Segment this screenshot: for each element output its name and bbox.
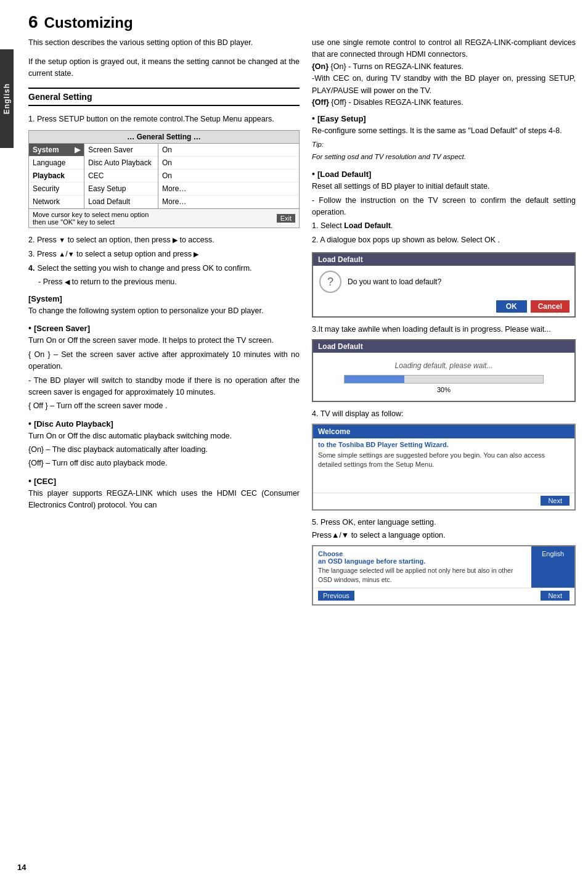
load-default-section: • [Load Default] Reset all settings of B… (312, 169, 576, 246)
menu-sub-disc-auto: Disc Auto Playback (84, 157, 158, 170)
choose-footer: Previous Next (313, 588, 574, 604)
cec-on-label: {On} (312, 62, 329, 71)
cec-title: [CEC] (34, 477, 56, 486)
right-column: use one single remote control to control… (312, 37, 576, 606)
progress-bar (344, 375, 543, 384)
menu-body: System ▶ Language Playback Security Netw… (29, 144, 299, 208)
general-setting-heading: General Setting (28, 88, 300, 106)
menu-item-language[interactable]: Language (29, 157, 84, 170)
easy-setup-body: Re-configure some settings. It is the sa… (312, 125, 576, 163)
page-number: 14 (17, 863, 26, 872)
disc-auto-body: Turn On or Off the disc automatic playba… (28, 430, 300, 470)
step3-loading-text: 3.It may take awhile when loading defaul… (312, 324, 576, 335)
step4: 4. Select the setting you wish to change… (28, 263, 300, 274)
welcome-body: Some simple settings are suggested befor… (313, 450, 574, 475)
load-default-dialog: Load Default ? Do you want to load defau… (312, 252, 576, 318)
menu-footer-line2: then use "OK" key to select (33, 218, 149, 226)
choose-language-box: Choose an OSD language before starting. … (312, 545, 576, 606)
chapter-number: 6 (28, 12, 38, 32)
load-default-dialog-body: ? Do you want to load default? (313, 266, 574, 298)
welcome-next-button[interactable]: Next (541, 496, 570, 506)
cec-on-text: {On} - Turns on REGZA-LINK features. (331, 62, 463, 71)
menu-val-more1: More… (158, 183, 299, 195)
cec-off-text: {Off} - Disables REGZA-LINK features. (331, 98, 463, 107)
load-default-question: Do you want to load default? (348, 277, 441, 286)
menu-sub-screen-saver: Screen Saver (84, 144, 158, 157)
cec-body: This player supports REGZA-LINK which us… (28, 488, 300, 512)
welcome-box: Welcome to the Toshiba BD Player Setting… (312, 424, 576, 511)
menu-item-network[interactable]: Network (29, 195, 84, 208)
easy-setup-section: • [Easy Setup] Re-configure some setting… (312, 113, 576, 163)
easy-setup-tip-body: For setting osd and TV resolution and TV… (312, 152, 576, 163)
loading-dialog-header: Load Default (313, 340, 574, 353)
menu-item-system[interactable]: System ▶ (29, 144, 84, 157)
load-default-dialog-header: Load Default (313, 253, 574, 266)
welcome-footer: Next (313, 493, 574, 509)
step2: 2. Press to select an option, then press… (28, 234, 300, 246)
step2-text: 2. Press to select an option, then press… (28, 234, 214, 246)
cec-section: • [CEC] This player supports REGZA-LINK … (28, 476, 300, 512)
system-body: To change the following system option to… (28, 305, 300, 317)
load-default-body: Reset all settings of BD player to initi… (312, 181, 576, 246)
menu-exit-button[interactable]: Exit (277, 214, 295, 223)
progress-bar-fill (345, 376, 404, 383)
chapter-heading: 6 Customizing (28, 12, 576, 32)
menu-sub-col: Screen Saver Disc Auto Playback CEC Easy… (84, 144, 158, 208)
loading-message: Loading default, please wait... (319, 361, 568, 370)
side-language-tab: English (0, 49, 14, 148)
step4-text: Select the setting you wish to change an… (37, 263, 251, 274)
step5-text: 5. Press OK, enter language setting. (312, 517, 576, 528)
menu-val-more2: More… (158, 195, 299, 208)
screen-saver-section: • [Screen Saver] Turn On or Off the scre… (28, 323, 300, 412)
general-setting-title: General Setting (28, 92, 300, 102)
load-default-title: [Load Default] (317, 170, 371, 179)
menu-val-on3: On (158, 170, 299, 183)
chapter-title: Customizing (44, 14, 133, 31)
question-icon: ? (319, 271, 341, 293)
loading-dialog-body: Loading default, please wait... 30% (313, 353, 574, 401)
chapter-intro: This section describes the various setti… (28, 37, 300, 49)
easy-setup-title: [Easy Setup] (317, 114, 366, 123)
cancel-button[interactable]: Cancel (531, 300, 570, 313)
next-button[interactable]: Next (541, 591, 570, 601)
disc-auto-section: • [Disc Auto Playback] Turn On or Off th… (28, 419, 300, 470)
loading-dialog: Load Default Loading default, please wai… (312, 339, 576, 402)
disc-auto-title: [Disc Auto Playback] (34, 419, 113, 429)
ok-button[interactable]: OK (496, 300, 527, 313)
side-tab-label: English (2, 83, 11, 114)
step3: 3. Press / to select a setup option and … (28, 248, 300, 260)
choose-title: Choose an OSD language before starting. (318, 550, 526, 565)
menu-footer-instructions: Move cursor key to select menu option th… (33, 211, 149, 226)
choose-left: Choose an OSD language before starting. … (313, 546, 531, 588)
choose-language-option: English (531, 546, 574, 588)
menu-sub-cec: CEC (84, 170, 158, 183)
welcome-subheader: to the Toshiba BD Player Setting Wizard. (313, 438, 574, 450)
menu-footer: Move cursor key to select menu option th… (29, 208, 299, 228)
load-default-step1: 1. Select Load Default. (312, 220, 576, 232)
setup-menu-table: … General Setting … System ▶ Language Pl… (28, 130, 300, 228)
choose-body-text: The language selected will be applied no… (318, 566, 526, 584)
menu-val-on1: On (158, 144, 299, 157)
menu-val-col: On On On More… More… (158, 144, 299, 208)
menu-item-playback[interactable]: Playback (29, 170, 84, 183)
system-title: [System] (28, 294, 300, 303)
grayed-note: If the setup option is grayed out, it me… (28, 56, 300, 80)
cec-off-label: {Off} (312, 98, 329, 107)
choose-body: Choose an OSD language before starting. … (313, 546, 574, 588)
progress-percent: 30% (319, 386, 568, 393)
menu-header: … General Setting … (29, 131, 299, 144)
cec-continued: use one single remote control to control… (312, 37, 576, 109)
step5b-text: Press▲/▼ to select a language option. (312, 530, 576, 541)
menu-footer-line1: Move cursor key to select menu option (33, 211, 149, 218)
step3-text: 3. Press / to select a setup option and … (28, 248, 198, 260)
step4-num: 4. (28, 263, 35, 274)
step4b: - Press to return to the previous menu. (38, 276, 300, 288)
previous-button[interactable]: Previous (318, 591, 354, 601)
menu-sub-easy-setup: Easy Setup (84, 183, 158, 195)
menu-val-on2: On (158, 157, 299, 170)
menu-item-security[interactable]: Security (29, 183, 84, 195)
screen-saver-title: [Screen Saver] (34, 324, 90, 333)
step1-text: 1. Press SETUP button on the remote cont… (28, 113, 300, 125)
system-section: [System] To change the following system … (28, 294, 300, 317)
step4-tv-display-text: 4. TV will display as follow: (312, 408, 576, 420)
